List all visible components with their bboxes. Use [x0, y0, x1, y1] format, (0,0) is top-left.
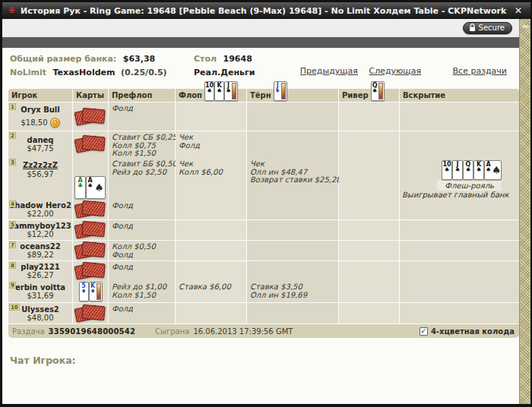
- card-K-d: K♦: [89, 282, 103, 301]
- action-line: Фолд: [112, 263, 175, 272]
- player-row: 2daneq$47,75Ставит СБ $0,25Колл $0,75Кол…: [8, 131, 519, 157]
- player-stack: $31,69: [27, 292, 54, 300]
- action-line: Колл $0,50: [112, 243, 175, 251]
- face-card-portrait: [232, 83, 236, 99]
- stack-value: $56,97: [27, 170, 54, 178]
- card-corner: A♠: [485, 161, 492, 179]
- card-10-s: 10♠: [204, 81, 214, 101]
- table-footer: Раздача 3359019648000542 Сыграна 16.06.2…: [8, 324, 519, 338]
- card-suit-icon: ♠: [486, 167, 491, 173]
- preflop-actions-cell: Фолд: [109, 220, 175, 240]
- column-header-showdown: Вскрытие: [400, 89, 519, 102]
- card-suit-icon: ♠: [465, 167, 470, 173]
- player-stack: $47,75: [27, 144, 54, 153]
- action-line: Ставит СБ $0,25: [112, 134, 175, 142]
- card-back: [81, 107, 106, 124]
- card-back: [81, 135, 106, 152]
- card-10-s: 10♠: [442, 160, 452, 180]
- cards-cell: [73, 103, 108, 131]
- table-number-value: 19648: [223, 54, 252, 64]
- action-line: Рейз до $2,50: [112, 169, 175, 177]
- secure-badge[interactable]: Secure: [463, 22, 512, 34]
- money-type: Реал.Деньги: [194, 68, 255, 77]
- flop-actions-cell: ЧекФолд: [176, 131, 246, 158]
- stack-value: $31,69: [27, 292, 54, 300]
- card-suit-icon: ♠: [226, 88, 231, 94]
- turn-actions-cell: ЧекОлл ин $48,47Возврат ставки $25,28: [247, 158, 338, 200]
- stack-value: $12,20: [27, 230, 54, 238]
- card-corner: J♠: [225, 82, 232, 100]
- card-K-s: K♠: [214, 81, 224, 101]
- board-river-card: Q♠: [371, 81, 385, 101]
- card-corner: K♦: [90, 282, 97, 301]
- action-line: Ставит ББ $0,50: [112, 160, 175, 169]
- turn-actions-cell: [247, 103, 338, 131]
- all-hands-link[interactable]: Все раздачи: [453, 66, 507, 76]
- table-header-row: Игрок Карты Префлоп Флоп 10♠K♠J♠ Тёрн J♦…: [8, 89, 519, 102]
- seat-number-badge: 4: [9, 200, 16, 207]
- card-back-icon: [74, 107, 107, 127]
- face-card-portrait: [378, 83, 383, 99]
- card-suit-icon: ♠: [87, 183, 93, 189]
- played-label: Сыграна: [155, 327, 189, 336]
- player-row: 3Zz2z2zZ$56,97A♣A♠♠Ставит ББ $0,50Рейз д…: [8, 158, 519, 199]
- player-cell: 8play2121$26,27: [8, 261, 72, 281]
- card-back-icon: [74, 261, 107, 281]
- flop-actions-cell: [176, 220, 246, 240]
- showdown-cell: [400, 241, 519, 260]
- stack-value: $22,00: [27, 210, 54, 218]
- face-card-portrait: [281, 83, 286, 99]
- chat-section-title: Чат Игрока:: [10, 355, 76, 366]
- total-pot-label: Общий размер банка:: [10, 54, 116, 64]
- card-back-icon: [74, 241, 107, 260]
- river-actions-cell: [339, 261, 399, 281]
- table-label: Стол: [194, 54, 217, 64]
- card-J-d: J♦: [274, 81, 287, 101]
- river-actions-cell: [339, 303, 399, 323]
- card-suit-icon: ♠: [372, 88, 378, 94]
- seat-number-badge: 8: [9, 262, 16, 269]
- card-K-s: K♠: [473, 160, 484, 180]
- flop-actions-cell: [176, 103, 246, 131]
- hand-id-value: 3359019648000542: [49, 327, 136, 336]
- big-suit-icon: ♠: [93, 177, 105, 198]
- action-line: Рейз до $1,00: [112, 283, 175, 292]
- showdown-content: 10♠J♠Q♠K♠A♠♠Флеш-рояльВыигрывает главный…: [400, 158, 519, 200]
- four-color-deck-checkbox[interactable]: ✓: [420, 327, 428, 336]
- column-header-turn: Тёрн J♦: [247, 89, 338, 102]
- lock-icon: [469, 24, 476, 32]
- action-line: Фолд: [112, 222, 175, 231]
- game-type: NoLimit TexasHoldem (0.25/0.5): [10, 68, 167, 77]
- total-pot: Общий размер банка: $63,38: [10, 54, 155, 64]
- card-back: [81, 200, 106, 217]
- cards-cell: [73, 131, 108, 158]
- card-suit-icon: ♠: [207, 88, 212, 94]
- grip-dash-icon: [522, 25, 529, 28]
- stakes: (0.25/0.5): [121, 68, 167, 77]
- action-line: Ставка $6,00: [179, 283, 246, 292]
- preflop-actions-cell: Рейз до $1,00Колл $1,50: [109, 281, 175, 302]
- card-J-s: J♠: [224, 81, 238, 101]
- seat-number-badge: 3: [9, 159, 16, 166]
- header-divider-band: [2, 37, 519, 48]
- stack-value: $47,75: [27, 144, 54, 153]
- river-actions-cell: [339, 131, 399, 158]
- cards-cell: [73, 200, 108, 219]
- cards-cell: [73, 220, 108, 240]
- prev-hand-link[interactable]: Предыдущая: [300, 66, 358, 76]
- card-corner: J♦: [274, 82, 281, 100]
- seat-number-badge: 7: [9, 241, 16, 248]
- table-body: 1Oryx Bull$18,50Фолд2daneq$47,75Ставит С…: [8, 103, 519, 323]
- flop-actions-cell: ЧекКолл $6,00: [176, 158, 246, 200]
- action-line: Ставка $3,50: [250, 283, 338, 292]
- total-pot-value: $63,38: [123, 54, 155, 64]
- card-back-icon: [74, 220, 107, 240]
- player-stack: $18,50: [21, 118, 60, 128]
- showdown-cell: [400, 103, 519, 131]
- next-hand-link[interactable]: Следующая: [369, 66, 421, 76]
- close-icon[interactable]: ✕: [511, 5, 525, 16]
- cards-cell: [73, 261, 108, 281]
- title-bar: ❋ История Рук - Ring Game: 19648 [Pebble…: [2, 2, 530, 19]
- player-cell: 7oceans22$89,22: [8, 241, 72, 260]
- action-line: Олл ин $19,69: [250, 292, 338, 300]
